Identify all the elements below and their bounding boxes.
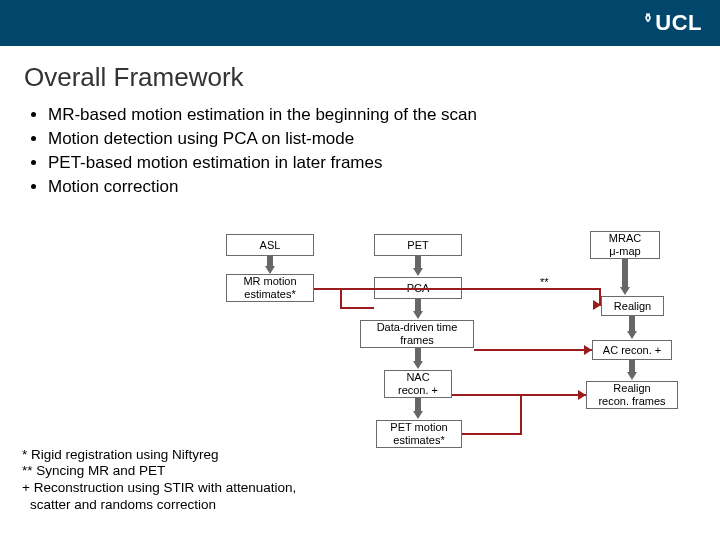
footnote: * Rigid registration using Niftyreg bbox=[22, 447, 296, 464]
footnotes: * Rigid registration using Niftyreg ** S… bbox=[22, 447, 296, 515]
box-asl: ASL bbox=[226, 234, 314, 256]
sync-marker: ** bbox=[540, 276, 549, 288]
footnote: + Reconstruction using STIR with attenua… bbox=[22, 480, 296, 497]
box-data-driven-time-frames: Data-driven time frames bbox=[360, 320, 474, 348]
arrow-right-icon bbox=[584, 345, 592, 355]
connector-red bbox=[340, 307, 374, 309]
box-ac-recon: AC recon. + bbox=[592, 340, 672, 360]
arrow-down bbox=[415, 256, 421, 268]
box-realign-recon: Realign recon. frames bbox=[586, 381, 678, 409]
arrow-down-icon bbox=[413, 361, 423, 369]
arrow-down bbox=[415, 348, 421, 361]
arrow-right-icon bbox=[578, 390, 586, 400]
footnote: scatter and randoms correction bbox=[22, 497, 296, 514]
arrow-down-icon bbox=[627, 331, 637, 339]
arrow-down-icon bbox=[620, 287, 630, 295]
arrow-down-icon bbox=[413, 311, 423, 319]
arrow-down bbox=[629, 360, 635, 372]
box-nac-recon: NAC recon. + bbox=[384, 370, 452, 398]
arrow-down bbox=[629, 316, 635, 331]
connector-red bbox=[340, 288, 342, 309]
arrow-down bbox=[267, 256, 273, 266]
connector-red bbox=[314, 288, 601, 290]
arrow-down bbox=[415, 398, 421, 411]
box-pet-motion: PET motion estimates* bbox=[376, 420, 462, 448]
connector-red bbox=[599, 288, 601, 306]
arrow-down-icon bbox=[627, 372, 637, 380]
footnote: ** Syncing MR and PET bbox=[22, 463, 296, 480]
arrow-down-icon bbox=[413, 268, 423, 276]
box-mr-motion: MR motion estimates* bbox=[226, 274, 314, 302]
connector-red bbox=[452, 394, 586, 396]
box-realign: Realign bbox=[601, 296, 664, 316]
arrow-down-icon bbox=[265, 266, 275, 274]
arrow-down-icon bbox=[413, 411, 423, 419]
arrow-down bbox=[415, 299, 421, 311]
box-pet: PET bbox=[374, 234, 462, 256]
connector-red bbox=[474, 349, 592, 351]
arrow-down bbox=[622, 259, 628, 287]
connector-red bbox=[462, 433, 522, 435]
connector-red bbox=[520, 395, 522, 435]
box-mrac: MRAC μ-map bbox=[590, 231, 660, 259]
